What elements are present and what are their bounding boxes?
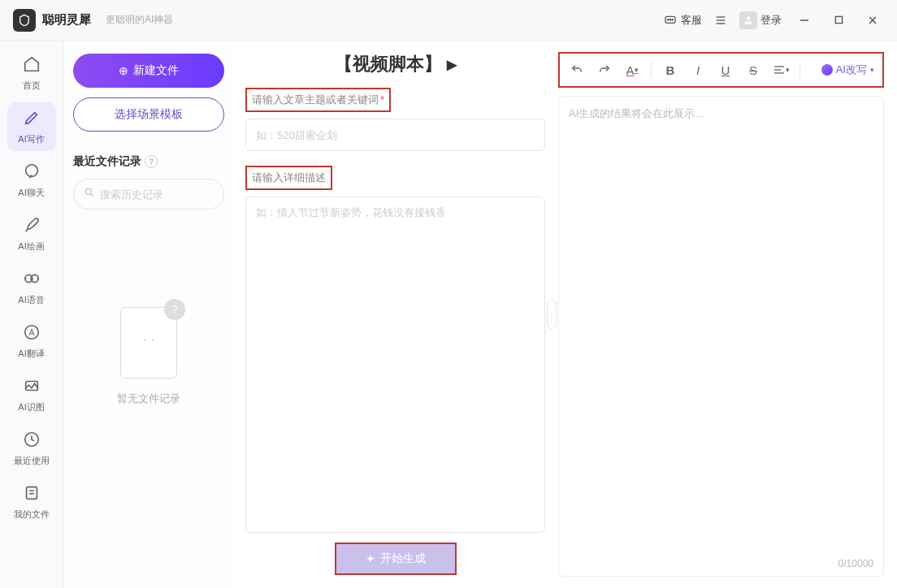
sidebar-nav: 首页 AI写作 AI聊天 AI绘画 AI语音 A AI翻译 AI识图 最近使用: [0, 41, 63, 588]
recent-icon: [23, 430, 41, 452]
app-logo-icon: [13, 9, 36, 32]
svg-point-22: [85, 188, 91, 194]
svg-point-2: [670, 19, 670, 19]
titlebar-right: 客服 登录: [663, 9, 884, 32]
nav-ai-image[interactable]: AI识图: [7, 370, 56, 419]
login-label: 登录: [760, 13, 782, 28]
separator: [651, 62, 652, 78]
svg-rect-19: [26, 486, 37, 499]
nav-ai-chat[interactable]: AI聊天: [7, 156, 56, 205]
search-icon: [84, 187, 95, 201]
bold-button[interactable]: B: [661, 61, 679, 79]
svg-rect-9: [835, 16, 842, 23]
topic-label: 请输入文章主题或者关键词*: [245, 88, 391, 112]
app-logo-wrap: 聪明灵犀 更聪明的AI神器: [13, 9, 173, 32]
nav-label: AI绘画: [18, 240, 44, 253]
recent-files-title: 最近文件记录 ?: [73, 154, 224, 169]
generate-button[interactable]: ✦ 开始生成: [335, 543, 457, 575]
ai-icon: [821, 64, 833, 76]
generate-label: 开始生成: [380, 551, 426, 566]
support-label: 客服: [681, 13, 702, 28]
search-box[interactable]: [73, 179, 224, 210]
chat-icon: [663, 13, 678, 28]
new-file-label: 新建文件: [133, 63, 179, 78]
empty-illustration: · · ?: [112, 299, 185, 380]
output-body[interactable]: AI生成的结果将会在此展示... 0/10000: [558, 96, 884, 577]
help-icon[interactable]: ?: [145, 155, 158, 168]
empty-text: 暂无文件记录: [117, 391, 180, 406]
svg-line-23: [91, 194, 93, 197]
svg-text:A: A: [28, 327, 34, 336]
nav-recent[interactable]: 最近使用: [7, 424, 56, 473]
topic-input[interactable]: [245, 119, 545, 151]
empty-state: · · ? 暂无文件记录: [73, 299, 224, 406]
nav-ai-writing[interactable]: AI写作: [7, 102, 56, 151]
svg-point-7: [747, 16, 751, 20]
support-button[interactable]: 客服: [663, 13, 702, 28]
page-heading: 【视频脚本】 ▶: [245, 52, 545, 76]
avatar-icon: [739, 11, 757, 29]
new-file-button[interactable]: ⊕ 新建文件: [73, 54, 224, 88]
brush-icon: [23, 216, 41, 238]
nav-ai-voice[interactable]: AI语音: [7, 263, 56, 312]
arrow-right-icon[interactable]: ▶: [447, 57, 457, 72]
nav-label: AI翻译: [18, 348, 44, 360]
app-name: 聪明灵犀: [42, 12, 91, 28]
nav-home[interactable]: 首页: [7, 49, 56, 97]
undo-button[interactable]: [568, 61, 586, 79]
search-input[interactable]: [100, 188, 236, 201]
font-color-button[interactable]: A▾: [623, 61, 641, 79]
files-icon: [23, 484, 41, 506]
italic-button[interactable]: I: [689, 61, 707, 79]
nav-label: AI语音: [18, 294, 44, 306]
chat-icon: [23, 162, 41, 184]
redo-button[interactable]: [596, 61, 613, 79]
ai-rewrite-button[interactable]: AI改写 ▾: [821, 63, 874, 77]
separator: [800, 62, 800, 78]
nav-label: AI识图: [18, 401, 44, 413]
chevron-down-icon: ▾: [870, 66, 874, 74]
desc-label: 请输入详细描述: [245, 166, 332, 190]
nav-label: 最近使用: [14, 455, 50, 467]
resize-handle[interactable]: ⋮: [547, 300, 557, 329]
output-pane: ⋮ A▾ B I U S ▾ AI改写 ▾ AI生成的结: [552, 41, 897, 588]
svg-point-12: [25, 164, 37, 176]
menu-button[interactable]: [713, 13, 728, 28]
image-icon: [23, 377, 41, 399]
nav-ai-draw[interactable]: AI绘画: [7, 210, 56, 258]
file-pane: ⊕ 新建文件 选择场景模板 最近文件记录 ? · · ? 暂无文件记录: [63, 41, 234, 588]
home-icon: [23, 55, 41, 77]
minimize-button[interactable]: [793, 9, 816, 32]
svg-point-1: [668, 19, 669, 19]
titlebar: 聪明灵犀 更聪明的AI神器 客服 登录: [0, 0, 897, 41]
app-tagline: 更聪明的AI神器: [106, 13, 173, 27]
translate-icon: A: [23, 323, 41, 345]
audio-icon: [23, 270, 41, 292]
login-button[interactable]: 登录: [739, 11, 782, 29]
plus-icon: ⊕: [119, 64, 128, 77]
nav-my-files[interactable]: 我的文件: [7, 478, 56, 526]
close-button[interactable]: [861, 9, 884, 32]
align-button[interactable]: ▾: [772, 61, 790, 79]
nav-ai-translate[interactable]: A AI翻译: [7, 317, 56, 365]
desc-textarea[interactable]: [245, 197, 545, 533]
input-pane: 【视频脚本】 ▶ 请输入文章主题或者关键词* 请输入详细描述 ✦ 开始生成: [234, 41, 552, 588]
underline-button[interactable]: U: [717, 61, 734, 79]
nav-label: AI聊天: [18, 187, 44, 199]
char-count: 0/10000: [838, 558, 873, 569]
template-button[interactable]: 选择场景模板: [73, 97, 224, 132]
svg-point-3: [672, 19, 673, 19]
editor-toolbar: A▾ B I U S ▾ AI改写 ▾: [558, 52, 884, 88]
strike-button[interactable]: S: [744, 61, 762, 79]
sparkle-icon: ✦: [366, 552, 375, 565]
maximize-button[interactable]: [827, 9, 850, 32]
nav-label: 首页: [23, 80, 41, 92]
nav-label: AI写作: [18, 133, 44, 145]
output-placeholder: AI生成的结果将会在此展示...: [569, 107, 704, 119]
pen-icon: [23, 109, 41, 131]
nav-label: 我的文件: [14, 508, 50, 521]
